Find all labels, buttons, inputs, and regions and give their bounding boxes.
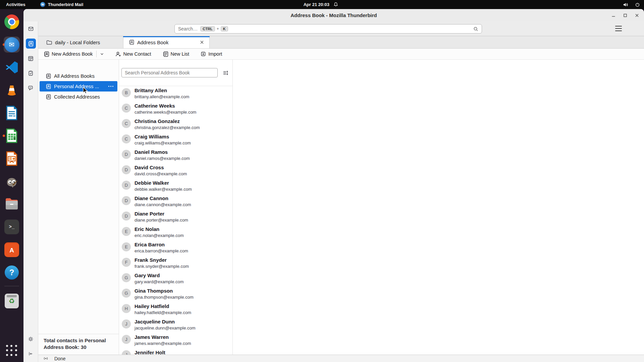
contact-email: gina.thompson@example.com	[135, 295, 194, 300]
dock-item-vscode[interactable]	[2, 59, 21, 75]
tab-address-book[interactable]: Address Book	[123, 36, 210, 48]
tab-mail-label: daily - Local Folders	[55, 40, 100, 45]
address-book-icon	[46, 73, 51, 79]
new-list-label: New List	[171, 51, 190, 57]
contact-list-item[interactable]: C Catherine Weeks catherine.weeks@exampl…	[119, 102, 232, 117]
window-title: Address Book - Mozilla Thunderbird	[23, 9, 644, 21]
contact-email: erica.barron@example.com	[135, 248, 188, 253]
contact-list-item[interactable]: D Diane Porter diane.porter@example.com	[119, 209, 232, 225]
contact-list-item[interactable]: C Craig Williams craig.williams@example.…	[119, 132, 232, 148]
contact-list-item[interactable]: D Diane Cannon diane.cannon@example.com	[119, 194, 232, 209]
contact-list-item[interactable]: E Erica Barron erica.barron@example.com	[119, 240, 232, 256]
import-label: Import	[208, 51, 222, 57]
dock-item-vlc[interactable]	[2, 82, 21, 98]
space-calendar-button[interactable]	[26, 53, 36, 63]
clock-menu[interactable]: Apr 21 20:03	[304, 2, 338, 7]
focused-app-menu[interactable]: ✉ Thunderbird Mail	[40, 2, 83, 7]
contact-name: Erica Barron	[135, 241, 188, 247]
sidebar-item-all-address-books[interactable]: All Address Books	[40, 71, 117, 81]
collapse-spaces-button[interactable]	[26, 349, 36, 359]
contact-list-item[interactable]: D Debbie Walker debbie.walker@example.co…	[119, 179, 232, 194]
maximize-button[interactable]	[621, 11, 630, 20]
contact-avatar: J	[122, 319, 131, 328]
new-address-book-icon	[44, 51, 49, 57]
trash-icon: ♻	[5, 294, 19, 308]
space-chat-button[interactable]	[26, 83, 36, 93]
contact-email: hailey.hatfield@example.com	[135, 310, 191, 315]
import-button[interactable]: Import	[198, 50, 225, 58]
contact-list-item[interactable]: J Jacqueline Dunn jacqueline.dunn@exampl…	[119, 317, 232, 333]
settings-button[interactable]	[26, 334, 36, 344]
search-icon	[473, 26, 478, 32]
new-list-button[interactable]: New List	[160, 50, 192, 58]
tab-mail[interactable]: daily - Local Folders	[41, 36, 119, 48]
dock-item-show-applications[interactable]	[2, 343, 21, 359]
chrome-icon	[4, 14, 19, 29]
contact-list-item[interactable]: H Hailey Hatfield hailey.hatfield@exampl…	[119, 302, 232, 317]
contact-list-item[interactable]: F Frank Snyder frank.snyder@example.com	[119, 256, 232, 271]
contact-list-item[interactable]: D Daniel Ramos daniel.ramos@example.com	[119, 148, 232, 163]
dock-item-help[interactable]: ?	[2, 264, 21, 281]
contact-email: debbie.walker@example.com	[135, 187, 192, 192]
contact-name: Brittany Allen	[135, 87, 189, 93]
ubuntu-software-icon: A	[4, 242, 19, 257]
notification-bell-icon	[333, 2, 338, 7]
dock-item-thunderbird[interactable]: ✉	[2, 37, 21, 53]
contact-list-item[interactable]: G Gina Thompson gina.thompson@example.co…	[119, 287, 232, 302]
contact-list-item[interactable]: B Brittany Allen brittany.allen@example.…	[119, 86, 232, 102]
contact-list-item[interactable]: G Gary Ward gary.ward@example.com	[119, 271, 232, 287]
window-titlebar[interactable]: Address Book - Mozilla Thunderbird	[23, 9, 644, 21]
contact-email: diane.porter@example.com	[135, 218, 188, 223]
close-button[interactable]	[633, 11, 641, 20]
contacts-search-row	[119, 60, 232, 86]
address-book-icon	[28, 41, 34, 47]
space-address-book-button[interactable]	[26, 39, 36, 49]
new-list-icon	[163, 51, 168, 57]
focused-app-label: Thunderbird Mail	[48, 2, 83, 7]
contact-email: daniel.ramos@example.com	[135, 156, 190, 161]
display-options-button[interactable]	[221, 68, 230, 77]
contact-list-item[interactable]: C Christina Gonzalez christina.gonzalez@…	[119, 117, 232, 132]
space-mail-button[interactable]	[26, 24, 36, 34]
activities-button[interactable]: Activities	[0, 0, 32, 9]
dock-item-libreoffice-calc[interactable]	[2, 128, 21, 144]
dock-item-libreoffice-impress[interactable]	[2, 150, 21, 167]
new-address-book-button[interactable]: New Address Book	[41, 50, 96, 58]
sidebar-item-collected-addresses[interactable]: Collected Addresses	[40, 92, 117, 102]
contact-avatar: D	[122, 165, 131, 174]
app-menu-button[interactable]	[615, 26, 622, 31]
contact-list-item[interactable]: J Jennifer Holt	[119, 348, 232, 355]
chat-icon	[28, 85, 34, 91]
new-contact-button[interactable]: New Contact	[113, 50, 154, 58]
chevron-down-icon	[100, 52, 104, 56]
dock-item-terminal[interactable]: >_	[2, 219, 21, 235]
dock-item-trash[interactable]: ♻	[2, 293, 21, 309]
contact-name: Diane Cannon	[135, 195, 191, 201]
minimize-icon	[611, 13, 615, 17]
global-search-placeholder: Search…	[178, 26, 198, 32]
dock-item-ubuntu-software[interactable]: A	[2, 242, 21, 258]
dock-item-chrome[interactable]	[2, 14, 21, 30]
system-status-menu[interactable]	[623, 2, 640, 7]
new-contact-label: New Contact	[123, 51, 151, 57]
sidebar-item-personal-address-book[interactable]: Personal Address ...	[40, 81, 117, 92]
dock-item-gimp[interactable]	[2, 173, 21, 189]
contact-detail-pane	[233, 60, 644, 355]
dock-item-libreoffice-writer[interactable]	[2, 105, 21, 121]
global-search-input[interactable]: Search… CTRL + K	[174, 24, 482, 34]
contact-list-item[interactable]: E Eric Nolan eric.nolan@example.com	[119, 225, 232, 240]
minimize-button[interactable]	[609, 11, 618, 20]
tab-address-book-label: Address Book	[137, 40, 168, 45]
contact-list-item[interactable]: J James Warren james.warren@example.com	[119, 333, 232, 348]
contact-list-item[interactable]: D David Cross david.cross@example.com	[119, 163, 232, 179]
new-address-book-dropdown[interactable]	[97, 51, 107, 57]
contacts-search-input[interactable]	[121, 68, 218, 77]
system-top-bar: Activities ✉ Thunderbird Mail Apr 21 20:…	[0, 0, 644, 9]
contact-avatar: C	[122, 134, 131, 143]
more-options-icon[interactable]	[108, 86, 115, 87]
space-tasks-button[interactable]	[26, 68, 36, 78]
dock-item-files[interactable]	[2, 196, 21, 212]
tab-close-button[interactable]	[200, 40, 204, 44]
contact-name: Diane Porter	[135, 210, 188, 217]
address-book-toolbar: New Address Book New Contact	[38, 49, 644, 60]
